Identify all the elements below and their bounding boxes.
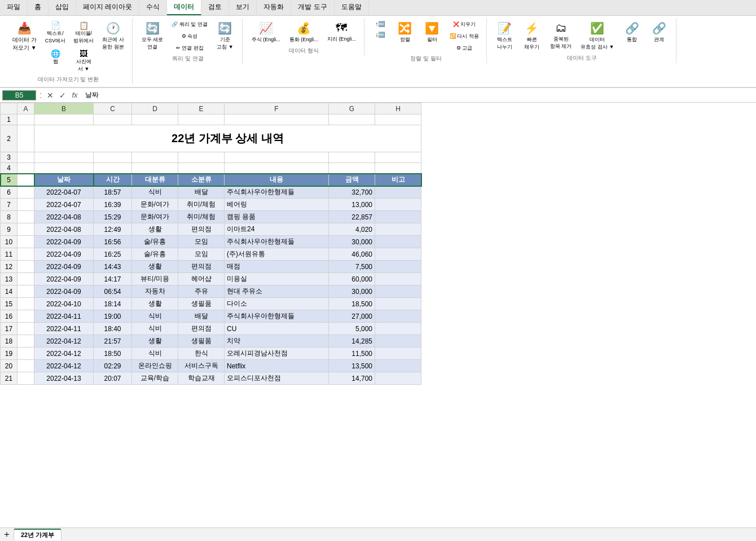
cell-f16[interactable]: 주식회사우아한형제들	[225, 310, 329, 323]
cell-e8[interactable]: 취미/체험	[178, 211, 225, 223]
cell-f7[interactable]: 베어링	[225, 199, 329, 211]
cell-a18[interactable]	[17, 335, 34, 348]
cell-f18[interactable]: 치약	[225, 335, 329, 348]
add-sheet-button[interactable]: ＋	[2, 529, 11, 540]
cell-c10[interactable]: 16:56	[94, 236, 132, 248]
cell-b5[interactable]: 날짜	[34, 174, 94, 186]
btn-remove-duplicates[interactable]: 🗂 중복된항목 제거	[547, 19, 575, 52]
cell-g20[interactable]: 13,500	[329, 360, 375, 372]
cell-e10[interactable]: 모임	[178, 236, 225, 248]
cell-b20[interactable]: 2022-04-12	[34, 360, 94, 372]
cell-h14[interactable]	[375, 285, 421, 298]
cell-c15[interactable]: 18:14	[94, 298, 132, 310]
btn-recent-sources[interactable]: 🕐 최근에 사용한 원본	[99, 19, 128, 53]
cell-e20[interactable]: 서비스구독	[178, 360, 225, 372]
cell-c19[interactable]: 18:50	[94, 348, 132, 360]
cell-e13[interactable]: 헤어샵	[178, 273, 225, 285]
cell-g7[interactable]: 13,000	[329, 199, 375, 211]
cell-e1[interactable]	[178, 115, 225, 125]
cell-g14[interactable]: 30,000	[329, 285, 375, 298]
cell-g1[interactable]	[329, 115, 375, 125]
cell-h8[interactable]	[375, 211, 421, 223]
btn-web[interactable]: 🌐 웹	[42, 47, 69, 67]
cell-a7[interactable]	[17, 199, 34, 211]
btn-reapply[interactable]: 🔁 다시 적용	[447, 31, 482, 42]
tab-formula[interactable]: 수식	[139, 0, 167, 15]
cell-a19[interactable]	[17, 348, 34, 360]
cell-g11[interactable]: 46,060	[329, 248, 375, 261]
cell-d7[interactable]: 문화/여가	[132, 199, 178, 211]
cell-d11[interactable]: 술/유흥	[132, 248, 178, 261]
cell-f21[interactable]: 오피스디포사천점	[225, 372, 329, 385]
col-header-h[interactable]: H	[375, 103, 421, 115]
btn-refresh[interactable]: 🔄 기준고침 ▼	[213, 19, 238, 53]
cell-b19[interactable]: 2022-04-12	[34, 348, 94, 360]
cell-a15[interactable]	[17, 298, 34, 310]
cell-h10[interactable]	[375, 236, 421, 248]
cell-h5[interactable]: 비고	[375, 174, 421, 186]
btn-consolidate[interactable]: 🔗 통합	[619, 19, 644, 46]
cell-e4[interactable]	[178, 163, 225, 174]
cell-f17[interactable]: CU	[225, 323, 329, 335]
cell-e9[interactable]: 편의점	[178, 223, 225, 236]
cell-f10[interactable]: 주식회사우아한형제들	[225, 236, 329, 248]
cell-e17[interactable]: 편의점	[178, 323, 225, 335]
cell-b17[interactable]: 2022-04-11	[34, 323, 94, 335]
tab-automate[interactable]: 자동화	[257, 0, 291, 15]
cell-b13[interactable]: 2022-04-09	[34, 273, 94, 285]
cell-g6[interactable]: 32,700	[329, 186, 375, 199]
cell-f5[interactable]: 내용	[225, 174, 329, 186]
cell-g3[interactable]	[329, 152, 375, 163]
cell-a8[interactable]	[17, 211, 34, 223]
cell-f12[interactable]: 매점	[225, 261, 329, 273]
tab-help[interactable]: 도움말	[335, 0, 369, 15]
formula-input[interactable]	[82, 90, 754, 100]
cell-a21[interactable]	[17, 372, 34, 385]
cell-f11[interactable]: (주)서원유통	[225, 248, 329, 261]
cell-d17[interactable]: 식비	[132, 323, 178, 335]
cell-c16[interactable]: 19:00	[94, 310, 132, 323]
cell-e14[interactable]: 주유	[178, 285, 225, 298]
btn-photo[interactable]: 🖼 사진에서 ▼	[71, 47, 96, 74]
confirm-entry-icon[interactable]: ✓	[58, 91, 68, 100]
cell-e7[interactable]: 취미/체험	[178, 199, 225, 211]
cell-b10[interactable]: 2022-04-09	[34, 236, 94, 248]
cell-c14[interactable]: 06:54	[94, 285, 132, 298]
cell-a10[interactable]	[17, 236, 34, 248]
cell-a9[interactable]	[17, 223, 34, 236]
btn-sort-asc[interactable]: ↑🔤	[370, 19, 390, 29]
cell-e6[interactable]: 배달	[178, 186, 225, 199]
cell-h16[interactable]	[375, 310, 421, 323]
cell-h20[interactable]	[375, 360, 421, 372]
cell-d18[interactable]: 생활	[132, 335, 178, 348]
cell-b16[interactable]: 2022-04-11	[34, 310, 94, 323]
col-header-b[interactable]: B	[34, 103, 94, 115]
cell-d3[interactable]	[132, 152, 178, 163]
cell-d8[interactable]: 문화/여가	[132, 211, 178, 223]
cell-g4[interactable]	[329, 163, 375, 174]
btn-currency[interactable]: 💰 통화 (Engli...	[286, 19, 322, 46]
cell-g13[interactable]: 60,000	[329, 273, 375, 285]
cell-a12[interactable]	[17, 261, 34, 273]
cell-a13[interactable]	[17, 273, 34, 285]
cell-a2[interactable]	[17, 125, 34, 152]
cell-b9[interactable]: 2022-04-08	[34, 223, 94, 236]
cell-a20[interactable]	[17, 360, 34, 372]
col-header-c[interactable]: C	[94, 103, 132, 115]
cell-h9[interactable]	[375, 223, 421, 236]
tab-data[interactable]: 데이터	[167, 0, 201, 15]
col-header-a[interactable]: A	[17, 103, 34, 115]
cell-c11[interactable]: 16:25	[94, 248, 132, 261]
cell-c17[interactable]: 18:40	[94, 323, 132, 335]
cell-g10[interactable]: 30,000	[329, 236, 375, 248]
cell-g8[interactable]: 22,857	[329, 211, 375, 223]
cell-c4[interactable]	[94, 163, 132, 174]
cell-c3[interactable]	[94, 152, 132, 163]
cell-g18[interactable]: 14,285	[329, 335, 375, 348]
tab-review[interactable]: 검토	[201, 0, 229, 15]
cell-e3[interactable]	[178, 152, 225, 163]
cell-a3[interactable]	[17, 152, 34, 163]
cell-a17[interactable]	[17, 323, 34, 335]
cell-f8[interactable]: 캠핑 용품	[225, 211, 329, 223]
cell-e16[interactable]: 배달	[178, 310, 225, 323]
